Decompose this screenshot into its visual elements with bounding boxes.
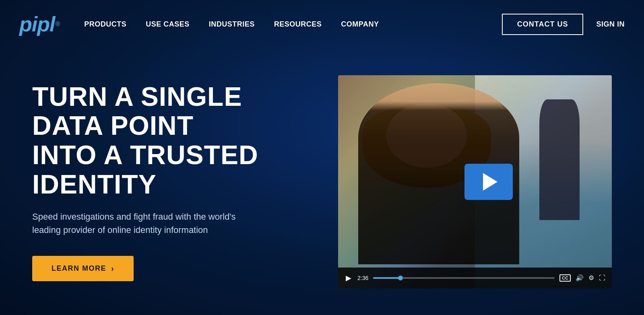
video-progress-fill	[373, 277, 400, 279]
video-controls-bar: ▶ 2:36 CC 🔊 ⚙ ⛶	[338, 268, 612, 288]
video-progress-dot	[398, 276, 403, 280]
logo[interactable]: pipl®	[19, 12, 60, 36]
background-person-silhouette	[539, 99, 580, 220]
learn-more-arrow: ›	[111, 264, 114, 273]
logo-reg: ®	[55, 21, 60, 28]
nav-item-industries[interactable]: INDUSTRIES	[209, 20, 255, 29]
hero-section: TURN A SINGLE DATA POINT INTO A TRUSTED …	[0, 48, 644, 315]
nav-item-company[interactable]: COMPANY	[341, 20, 379, 29]
contact-us-button[interactable]: CONTACT US	[502, 14, 584, 35]
hero-subtitle: Speed investigations and fight fraud wit…	[32, 210, 250, 237]
sign-in-link[interactable]: SIGN IN	[596, 20, 625, 29]
navbar: pipl® PRODUCTS USE CASES INDUSTRIES RESO…	[0, 0, 644, 48]
video-cc-button[interactable]: CC	[559, 274, 571, 282]
video-volume-button[interactable]: 🔊	[576, 274, 584, 282]
nav-item-use-cases[interactable]: USE CASES	[146, 20, 190, 29]
nav-right: CONTACT US SIGN IN	[502, 14, 625, 35]
video-fullscreen-button[interactable]: ⛶	[599, 274, 605, 282]
learn-more-label: LEARN MORE	[52, 264, 106, 273]
video-frame: ▶ 2:36 CC 🔊 ⚙ ⛶	[338, 75, 612, 288]
video-play-button[interactable]: ▶	[345, 274, 353, 282]
play-button-overlay[interactable]	[464, 164, 513, 200]
video-timestamp: 2:36	[357, 275, 368, 281]
nav-links: PRODUCTS USE CASES INDUSTRIES RESOURCES …	[84, 20, 502, 29]
nav-item-products[interactable]: PRODUCTS	[84, 20, 126, 29]
logo-text: pipl	[19, 12, 55, 36]
learn-more-button[interactable]: LEARN MORE ›	[32, 256, 134, 281]
hero-video: ▶ 2:36 CC 🔊 ⚙ ⛶	[338, 75, 612, 288]
hero-title: TURN A SINGLE DATA POINT INTO A TRUSTED …	[32, 82, 314, 199]
nav-item-resources[interactable]: RESOURCES	[274, 20, 322, 29]
video-progress-bar[interactable]	[373, 277, 555, 279]
video-settings-button[interactable]: ⚙	[588, 274, 594, 282]
play-icon	[483, 173, 497, 191]
hero-content: TURN A SINGLE DATA POINT INTO A TRUSTED …	[32, 82, 314, 281]
